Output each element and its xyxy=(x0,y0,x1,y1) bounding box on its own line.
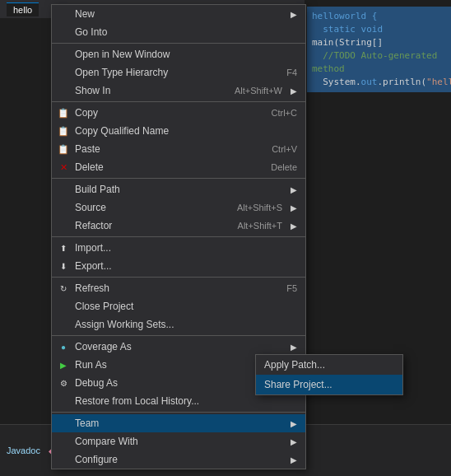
run-icon: ▶ xyxy=(57,358,70,371)
menu-item-copy[interactable]: 📋 Copy Ctrl+C xyxy=(52,104,305,122)
separator-4 xyxy=(52,236,305,237)
submenu-item-share-project[interactable]: Share Project... xyxy=(256,375,402,394)
separator-7 xyxy=(52,412,305,413)
coverage-icon: ● xyxy=(57,340,70,353)
menu-item-assign-working-sets[interactable]: Assign Working Sets... xyxy=(52,315,305,334)
menu-item-coverage-as[interactable]: ● Coverage As ▶ xyxy=(52,338,305,356)
menu-item-build-path[interactable]: Build Path ▶ xyxy=(52,180,305,198)
menu-item-copy-qualified-name[interactable]: 📋 Copy Qualified Name xyxy=(52,122,305,140)
context-menu: New ▶ Go Into Open in New Window Open Ty… xyxy=(51,4,306,469)
menu-item-open-new-window[interactable]: Open in New Window xyxy=(52,45,305,63)
menu-item-go-into[interactable]: Go Into xyxy=(52,23,305,41)
menu-item-open-type-hierarchy[interactable]: Open Type Hierarchy F4 xyxy=(52,63,305,82)
copy-qualified-icon: 📋 xyxy=(57,124,70,138)
menu-item-export[interactable]: ⬇ Export... xyxy=(52,257,305,275)
separator-5 xyxy=(52,277,305,278)
paste-icon: 📋 xyxy=(57,142,70,156)
menu-item-close-project[interactable]: Close Project xyxy=(52,297,305,315)
separator-3 xyxy=(52,178,305,179)
menu-item-team[interactable]: Team ▶ xyxy=(52,414,305,432)
menu-item-show-in[interactable]: Show In Alt+Shift+W ▶ xyxy=(52,82,305,100)
submenu-item-apply-patch[interactable]: Apply Patch... xyxy=(256,355,402,375)
menu-item-source[interactable]: Source Alt+Shift+S ▶ xyxy=(52,198,305,217)
code-editor: helloworld { static void main(String[] /… xyxy=(307,7,451,92)
export-icon: ⬇ xyxy=(57,259,70,273)
menu-item-delete[interactable]: ✕ Delete Delete xyxy=(52,158,305,176)
menu-item-paste[interactable]: 📋 Paste Ctrl+V xyxy=(52,140,305,158)
menu-item-refactor[interactable]: Refactor Alt+Shift+T ▶ xyxy=(52,217,305,235)
team-submenu: Apply Patch... Share Project... xyxy=(255,354,403,395)
separator-1 xyxy=(52,43,305,44)
separator-6 xyxy=(52,335,305,336)
menu-item-new[interactable]: New ▶ xyxy=(52,5,305,23)
separator-2 xyxy=(52,101,305,102)
menu-item-refresh[interactable]: ↻ Refresh F5 xyxy=(52,279,305,297)
javadoc-tab[interactable]: Javadoc xyxy=(7,446,40,455)
delete-icon: ✕ xyxy=(57,161,70,174)
refresh-icon: ↻ xyxy=(57,282,70,295)
debug-icon: ⚙ xyxy=(57,376,70,390)
active-tab[interactable]: hello xyxy=(7,2,39,16)
menu-item-import[interactable]: ⬆ Import... xyxy=(52,239,305,257)
javadoc-label: Javadoc xyxy=(7,446,40,455)
import-icon: ⬆ xyxy=(57,241,70,254)
menu-item-compare-with[interactable]: Compare With ▶ xyxy=(52,432,305,450)
copy-icon: 📋 xyxy=(57,106,70,119)
menu-item-configure[interactable]: Configure ▶ xyxy=(52,450,305,469)
